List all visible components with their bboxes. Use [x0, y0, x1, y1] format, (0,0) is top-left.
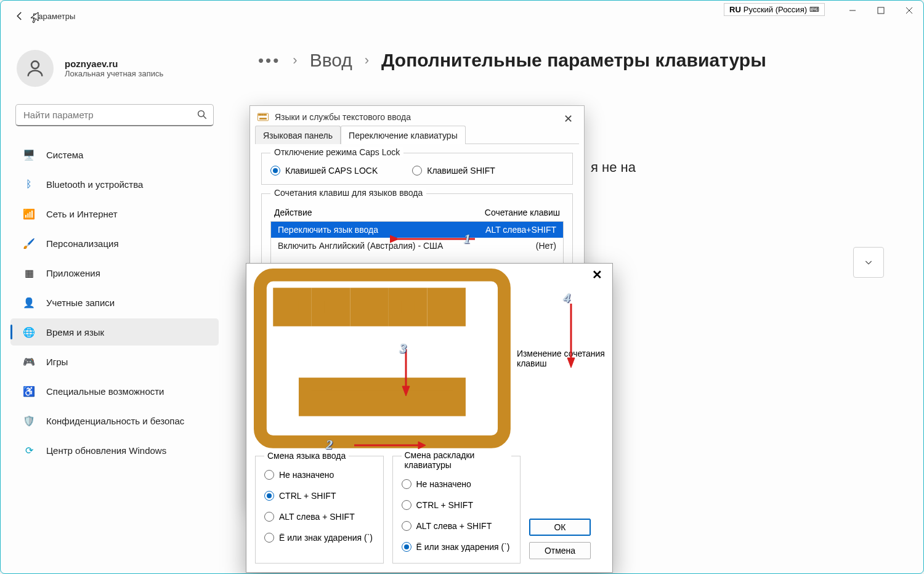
radio-grave-right[interactable]: Ё или знак ударения (`): [402, 542, 512, 552]
radio-ctrl-shift-left[interactable]: CTRL + SHIFT: [264, 491, 375, 501]
breadcrumb-more-icon[interactable]: •••: [258, 51, 280, 70]
nav-accessibility[interactable]: ♿Специальные возможности: [10, 378, 219, 405]
radio-off-icon: [402, 500, 411, 510]
minimize-button[interactable]: [838, 1, 867, 20]
update-icon: ⟳: [23, 445, 35, 456]
window-title: Параметры: [33, 12, 75, 21]
keyboard-icon: ⌨: [809, 6, 819, 14]
nav-system[interactable]: 🖥️Система: [10, 141, 219, 168]
tab-language-bar[interactable]: Языковая панель: [255, 126, 341, 144]
dialog1-close-button[interactable]: ✕: [559, 111, 578, 127]
radio-off-icon: [402, 479, 411, 489]
radio-off-icon: [264, 533, 274, 543]
tab-keyboard-switch[interactable]: Переключение клавиатуры: [341, 126, 466, 144]
back-button[interactable]: [8, 4, 31, 28]
radio-shift[interactable]: Клавишей SHIFT: [412, 166, 495, 176]
background-paragraph: я не на: [591, 160, 636, 176]
chevron-right-icon: ›: [365, 52, 369, 68]
nav-label: Персонализация: [46, 238, 119, 249]
nav-bluetooth[interactable]: ᛒBluetooth и устройства: [10, 171, 219, 198]
search-wrap: [15, 104, 214, 126]
svg-rect-20: [305, 384, 459, 410]
hotkey-row[interactable]: Включить Английский (Австралия) - США (Н…: [271, 238, 563, 254]
dialog1-tabs: Языковая панель Переключение клавиатуры: [255, 126, 579, 144]
svg-rect-10: [262, 115, 263, 116]
maximize-button[interactable]: [867, 1, 895, 20]
radio-grave-left[interactable]: Ё или знак ударения (`): [264, 533, 375, 543]
dialog2-close-button[interactable]: ✕: [588, 267, 606, 282]
bluetooth-icon: ᛒ: [23, 179, 35, 190]
breadcrumb-level1[interactable]: Ввод: [310, 50, 352, 71]
radio-label: Не назначено: [416, 479, 471, 489]
svg-rect-19: [434, 294, 460, 320]
expander-chevron[interactable]: [853, 247, 884, 278]
nav-accounts[interactable]: 👤Учетные записи: [10, 289, 219, 316]
row-combo: ALT слева+SHIFT: [485, 225, 556, 235]
window-controls: [838, 1, 923, 20]
avatar: [17, 50, 54, 87]
chevron-right-icon: ›: [293, 52, 297, 68]
account-block[interactable]: poznyaev.ru Локальная учетная запись: [7, 45, 222, 104]
nav-network[interactable]: 📶Сеть и Интернет: [10, 200, 219, 227]
dialog1-title: Языки и службы текстового ввода ✕: [250, 106, 584, 126]
radio-label: Не назначено: [279, 470, 334, 480]
svg-rect-18: [395, 294, 421, 320]
hotkey-row-selected[interactable]: Переключить язык ввода ALT слева+SHIFT: [271, 222, 563, 238]
nav-apps[interactable]: ▦Приложения: [10, 259, 219, 286]
radio-on-icon: [270, 166, 280, 176]
radio-label: Ё или знак ударения (`): [279, 533, 373, 543]
radio-label: Клавишей SHIFT: [427, 166, 495, 176]
svg-point-4: [31, 61, 39, 68]
breadcrumb-current: Дополнительные параметры клавиатуры: [381, 50, 766, 71]
svg-rect-15: [280, 294, 306, 320]
nav-privacy[interactable]: 🛡️Конфиденциальность и безопас: [10, 407, 219, 434]
input-language-group: Смена языка ввода Не назначено CTRL + SH…: [255, 456, 384, 564]
nav-windows-update[interactable]: ⟳Центр обновления Windows: [10, 437, 219, 464]
nav-label: Приложения: [46, 268, 100, 278]
radio-ctrl-shift-right[interactable]: CTRL + SHIFT: [402, 500, 512, 510]
col-combo: Сочетание клавиш: [485, 208, 560, 217]
radio-off-icon: [264, 512, 274, 522]
svg-rect-9: [261, 115, 262, 116]
row-action: Включить Английский (Австралия) - США: [278, 241, 443, 251]
hotkeys-legend: Сочетания клавиш для языков ввода: [270, 188, 426, 198]
sidebar: poznyaev.ru Локальная учетная запись 🖥️С…: [7, 45, 222, 466]
change-hotkey-dialog: Изменение сочетания клавиш ✕ Смена языка…: [246, 263, 613, 573]
nav-personalization[interactable]: 🖌️Персонализация: [10, 230, 219, 257]
radio-alt-shift-right[interactable]: ALT слева + SHIFT: [402, 521, 512, 531]
person-icon: 👤: [23, 297, 35, 309]
brush-icon: 🖌️: [23, 238, 35, 249]
dialog2-ok-button[interactable]: ОК: [529, 519, 591, 536]
close-button[interactable]: [895, 1, 923, 20]
radio-label: Ё или знак ударения (`): [416, 542, 510, 552]
svg-rect-11: [264, 115, 265, 116]
nav-time-language[interactable]: 🌐Время и язык: [10, 318, 219, 346]
nav-label: Специальные возможности: [46, 386, 164, 397]
dialog1-title-text: Языки и службы текстового ввода: [275, 112, 411, 122]
nav-label: Сеть и Интернет: [46, 209, 118, 219]
radio-on-icon: [264, 491, 274, 501]
language-indicator[interactable]: RU Русский (Россия) ⌨: [724, 3, 825, 16]
svg-point-5: [198, 111, 205, 117]
radio-label: CTRL + SHIFT: [279, 491, 336, 501]
svg-rect-16: [318, 294, 344, 320]
lang-code: RU: [729, 5, 741, 14]
svg-rect-13: [260, 118, 267, 119]
row-action: Переключить язык ввода: [278, 225, 378, 235]
radio-off-icon: [412, 166, 422, 176]
dialog2-cancel-button[interactable]: Отмена: [529, 542, 591, 559]
accessibility-icon: ♿: [23, 386, 35, 397]
radio-label: ALT слева + SHIFT: [416, 521, 492, 531]
dialog2-title: Изменение сочетания клавиш ✕: [246, 264, 612, 453]
radio-none-left[interactable]: Не назначено: [264, 470, 375, 480]
svg-rect-1: [878, 7, 884, 14]
radio-caps-lock[interactable]: Клавишей CAPS LOCK: [270, 166, 378, 176]
svg-rect-8: [259, 115, 260, 116]
radio-alt-shift-left[interactable]: ALT слева + SHIFT: [264, 512, 375, 522]
nav-gaming[interactable]: 🎮Игры: [10, 348, 219, 375]
system-icon: 🖥️: [23, 149, 35, 161]
nav-label: Учетные записи: [46, 297, 115, 308]
radio-off-icon: [402, 521, 411, 531]
radio-none-right[interactable]: Не назначено: [402, 479, 512, 489]
search-input[interactable]: [15, 104, 214, 126]
